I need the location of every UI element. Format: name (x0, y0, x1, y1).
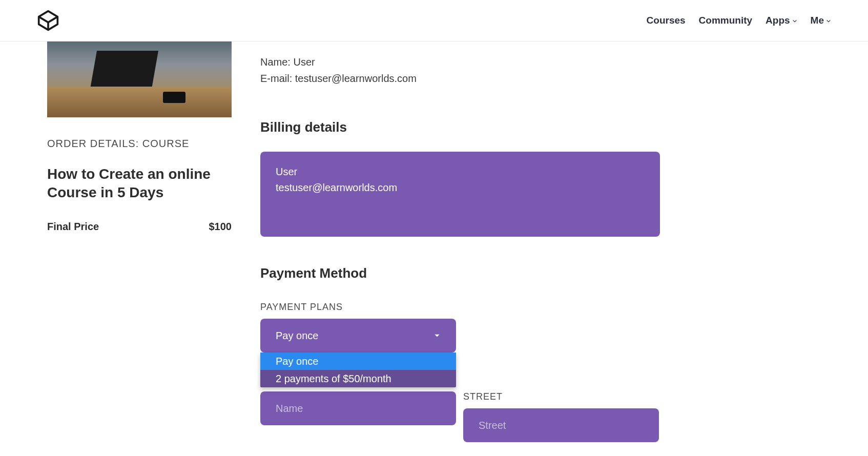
account-email-value: testuser@learnworlds.com (295, 73, 417, 84)
street-label: STREET (463, 391, 659, 402)
account-email-label: E-mail: (260, 73, 292, 84)
payment-plan-dropdown: Pay once 2 payments of $50/month (260, 353, 456, 387)
final-price-label: Final Price (47, 221, 99, 233)
logo-icon (37, 9, 59, 32)
payment-plan-select: Pay once Pay once 2 payments of $50/mont… (260, 319, 456, 353)
payment-plan-option-installments[interactable]: 2 payments of $50/month (260, 370, 456, 387)
payment-plan-selected: Pay once (276, 330, 318, 342)
final-price-value: $100 (209, 221, 232, 233)
account-name-value: User (293, 56, 315, 68)
payment-plan-option-pay-once[interactable]: Pay once (260, 353, 456, 370)
nav-courses[interactable]: Courses (647, 15, 686, 26)
price-row: Final Price $100 (47, 221, 232, 233)
content: ORDER DETAILS: COURSE How to Create an o… (0, 42, 868, 456)
chevron-down-icon (826, 15, 831, 26)
billing-card[interactable]: User testuser@learnworlds.com (260, 152, 660, 237)
nav-me[interactable]: Me (811, 15, 831, 26)
logo[interactable] (37, 9, 59, 32)
payment-plan-select-button[interactable]: Pay once (260, 319, 456, 353)
course-thumbnail (47, 42, 232, 117)
account-email-line: E-mail: testuser@learnworlds.com (260, 70, 766, 87)
billing-card-name: User (276, 164, 645, 180)
payment-plans-label: PAYMENT PLANS (260, 302, 766, 313)
street-input-col: STREET (463, 391, 659, 442)
sidebar: ORDER DETAILS: COURSE How to Create an o… (0, 42, 232, 442)
top-bar: Courses Community Apps Me (0, 0, 868, 42)
chevron-down-icon (433, 330, 441, 342)
order-details-label: ORDER DETAILS: COURSE (47, 138, 232, 150)
billing-heading: Billing details (260, 119, 766, 135)
account-name-line: Name: User (260, 54, 766, 70)
main-nav: Courses Community Apps Me (647, 15, 831, 26)
nav-apps[interactable]: Apps (766, 15, 797, 26)
billing-inputs-row: STREET (260, 391, 766, 442)
account-name-label: Name: (260, 56, 291, 68)
nav-community-label: Community (699, 15, 753, 26)
main-column: Name: User E-mail: testuser@learnworlds.… (232, 42, 868, 442)
name-input[interactable] (260, 391, 456, 425)
nav-me-label: Me (811, 15, 824, 26)
street-input[interactable] (463, 408, 659, 442)
name-input-col (260, 391, 456, 442)
course-title: How to Create an online Course in 5 Days (47, 165, 226, 202)
chevron-down-icon (792, 15, 797, 26)
nav-apps-label: Apps (766, 15, 790, 26)
nav-courses-label: Courses (647, 15, 686, 26)
payment-heading: Payment Method (260, 265, 766, 281)
billing-card-email: testuser@learnworlds.com (276, 180, 645, 196)
nav-community[interactable]: Community (699, 15, 753, 26)
